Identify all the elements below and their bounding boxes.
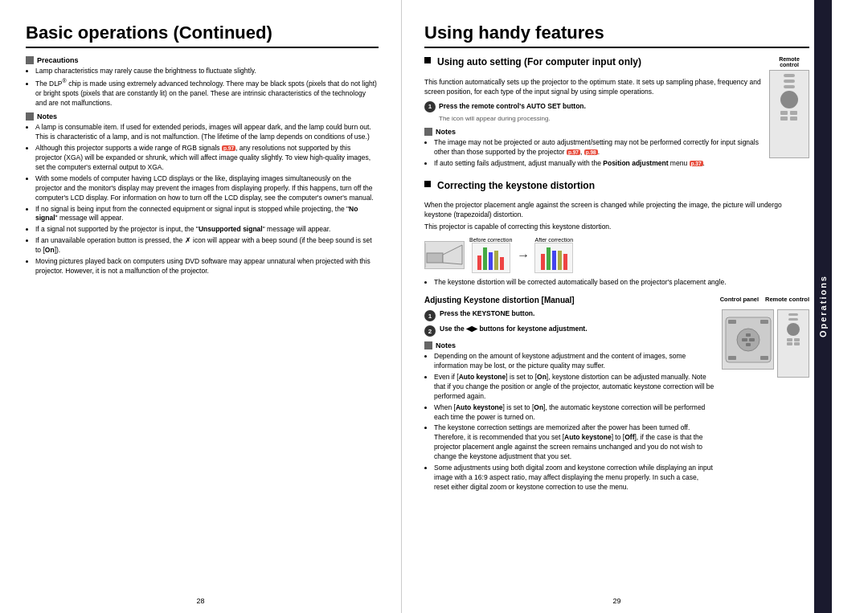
keystone-step1-circle: 1 bbox=[424, 310, 436, 321]
right-page-title: Using handy features bbox=[424, 22, 809, 48]
list-item: With some models of computer having LCD … bbox=[35, 174, 379, 203]
step1-text: Press the remote control's AUTO SET butt… bbox=[439, 102, 586, 110]
svg-point-4 bbox=[737, 329, 760, 351]
list-item: If an unavailable operation button is pr… bbox=[35, 236, 379, 255]
list-item: Moving pictures played back on computers… bbox=[35, 257, 379, 276]
svg-marker-1 bbox=[443, 245, 462, 264]
remote-control-image2 bbox=[777, 309, 809, 378]
list-item: If no signal is being input from the con… bbox=[35, 205, 379, 224]
precautions-header: Precautions bbox=[26, 56, 379, 64]
side-tab: Operations bbox=[814, 0, 832, 613]
projector-diagram bbox=[424, 241, 465, 269]
list-item: Lamp characteristics may rarely cause th… bbox=[35, 67, 379, 76]
keystone-step2-circle: 2 bbox=[424, 325, 436, 337]
notes-label: Notes bbox=[37, 112, 57, 121]
notes-section: Notes A lamp is consumable item. If used… bbox=[26, 112, 379, 276]
adjusting-title: Adjusting Keystone distortion [Manual] bbox=[424, 296, 575, 304]
list-item: If auto setting fails adjustment, adjust… bbox=[434, 159, 763, 169]
remote-control-image bbox=[769, 70, 809, 158]
list-item: The keystone correction settings are mem… bbox=[434, 423, 715, 462]
remote-control-label2: Remote control bbox=[765, 296, 809, 303]
auto-notes-header: Notes bbox=[424, 128, 763, 136]
list-item: If a signal not supported by the project… bbox=[35, 225, 379, 235]
remote-label: Remotecontrol bbox=[779, 56, 800, 67]
keystone-step2-text: Use the ◀▶ buttons for keystone adjustme… bbox=[440, 325, 588, 333]
using-auto-content: Using auto setting (For computer input o… bbox=[424, 56, 763, 174]
list-item: Even if [Auto keystone] is set to [On], … bbox=[434, 373, 715, 402]
adjusting-steps: 1 Press the KEYSTONE button. 2 Use the ◀… bbox=[424, 309, 715, 497]
left-page: Basic operations (Continued) Precautions… bbox=[0, 0, 402, 613]
keystone-step1-row: 1 Press the KEYSTONE button. bbox=[424, 309, 715, 321]
projector-img bbox=[424, 241, 465, 269]
step1-note: The icon will appear during processing. bbox=[439, 114, 763, 123]
page-number-right: 29 bbox=[612, 597, 620, 605]
notes-icon bbox=[26, 112, 34, 121]
list-item: A lamp is consumable item. If used for e… bbox=[35, 123, 379, 142]
svg-rect-7 bbox=[746, 333, 751, 337]
list-item: The DLP® chip is made using extremely ad… bbox=[35, 78, 379, 108]
bullet-icon bbox=[424, 57, 431, 63]
keystone-bullet-list: The keystone distortion will be correcte… bbox=[424, 278, 809, 288]
svg-rect-0 bbox=[427, 253, 443, 263]
left-page-title: Basic operations (Continued) bbox=[26, 22, 379, 48]
using-auto-header-row: Using auto setting (For computer input o… bbox=[424, 56, 809, 174]
panel-labels: Control panel Remote control bbox=[720, 296, 809, 303]
svg-rect-11 bbox=[728, 356, 736, 360]
keystone-desc1: When the projector placement angle again… bbox=[424, 201, 809, 220]
after-bars bbox=[534, 243, 573, 273]
step1-circle: 1 bbox=[424, 101, 436, 112]
after-correction: After correction bbox=[534, 237, 573, 273]
arrow-icon: → bbox=[517, 248, 530, 263]
list-item: Depending on the amount of keystone adju… bbox=[434, 352, 715, 371]
list-item: Some adjustments using both digital zoom… bbox=[434, 464, 715, 492]
keystone-section: Correcting the keystone distortion When … bbox=[424, 180, 809, 497]
keystone-notes-list: Depending on the amount of keystone adju… bbox=[424, 352, 715, 492]
keystone-notes-header: Notes bbox=[424, 341, 715, 349]
keystone-notes-icon bbox=[424, 341, 432, 349]
before-label: Before correction bbox=[469, 237, 512, 243]
control-panel-label: Control panel bbox=[720, 296, 759, 303]
keystone-step2-row: 2 Use the ◀▶ buttons for keystone adjust… bbox=[424, 325, 715, 337]
svg-rect-9 bbox=[728, 320, 736, 324]
keystone-title: Correcting the keystone distortion bbox=[437, 180, 595, 191]
list-item: The image may not be projected or auto a… bbox=[434, 138, 763, 157]
control-images bbox=[722, 309, 809, 378]
svg-rect-12 bbox=[760, 356, 768, 360]
keystone-images-row: Before correction → After correction bbox=[424, 237, 809, 273]
after-label: After correction bbox=[535, 237, 573, 243]
keystone-bullet-icon bbox=[424, 181, 431, 187]
precautions-icon bbox=[26, 56, 34, 64]
before-correction: Before correction bbox=[469, 237, 512, 273]
adjusting-header: Adjusting Keystone distortion [Manual] C… bbox=[424, 296, 809, 304]
list-item: The keystone distortion will be correcte… bbox=[434, 278, 809, 288]
side-tab-label: Operations bbox=[818, 275, 828, 337]
svg-rect-10 bbox=[760, 320, 768, 324]
list-item: Although this projector supports a wide … bbox=[35, 144, 379, 173]
svg-rect-8 bbox=[746, 343, 751, 346]
keystone-desc2: This projector is capable of correcting … bbox=[424, 223, 809, 232]
auto-notes-icon bbox=[424, 128, 432, 136]
precautions-section: Precautions Lamp characteristics may rar… bbox=[26, 56, 379, 108]
precautions-list: Lamp characteristics may rarely cause th… bbox=[26, 67, 379, 108]
precautions-label: Precautions bbox=[37, 56, 79, 64]
keystone-notes-label: Notes bbox=[436, 341, 456, 349]
auto-notes-list: The image may not be projected or auto a… bbox=[424, 138, 763, 169]
remote-control-area: Remotecontrol bbox=[769, 56, 809, 158]
svg-rect-6 bbox=[749, 338, 755, 341]
using-auto-section: Using auto setting (For computer input o… bbox=[424, 56, 809, 174]
control-panel-image bbox=[722, 309, 774, 370]
keystone-step1-text: Press the KEYSTONE button. bbox=[440, 309, 534, 317]
control-panel-remote-row bbox=[722, 309, 809, 378]
notes-header: Notes bbox=[26, 112, 379, 121]
page-number-left: 28 bbox=[196, 597, 204, 605]
using-auto-title: Using auto setting (For computer input o… bbox=[437, 56, 641, 67]
right-page: Using handy features Using auto setting … bbox=[402, 0, 832, 613]
list-item: When [Auto keystone] is set to [On], the… bbox=[434, 403, 715, 423]
auto-notes-label: Notes bbox=[436, 128, 456, 136]
before-bars bbox=[472, 243, 510, 273]
using-auto-description: This function automatically sets up the … bbox=[424, 78, 763, 97]
svg-rect-5 bbox=[742, 338, 747, 341]
notes-list: A lamp is consumable item. If used for e… bbox=[26, 123, 379, 276]
adjusting-content: 1 Press the KEYSTONE button. 2 Use the ◀… bbox=[424, 309, 809, 497]
